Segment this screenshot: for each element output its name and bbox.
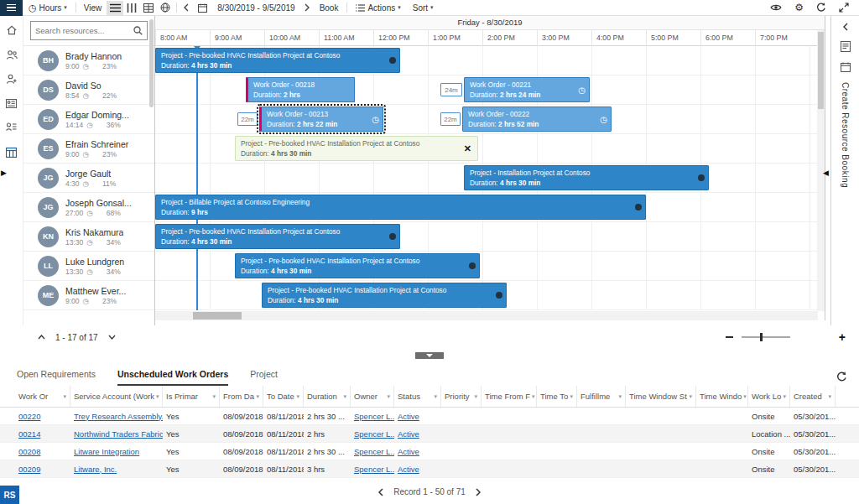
resource-row[interactable]: EDEdgar Doming...14:14◷36% — [23, 105, 154, 134]
column-header[interactable]: Priority▾ — [441, 386, 482, 407]
filter-caret-icon[interactable]: ▾ — [434, 393, 437, 400]
column-header[interactable]: From Da▾ — [220, 386, 263, 407]
booking-block[interactable]: Project - Billable Project at Contoso En… — [155, 195, 646, 220]
previous-range-button[interactable] — [180, 3, 193, 12]
view-list-button[interactable] — [107, 1, 123, 15]
cell-link[interactable]: 00209 — [15, 465, 70, 474]
cell-link[interactable]: Litware, Inc. — [70, 465, 163, 474]
view-table-button[interactable] — [140, 1, 157, 15]
create-resource-booking-panel[interactable]: Create Resource Booking — [830, 16, 859, 325]
cell-link[interactable]: 00214 — [15, 429, 70, 439]
resource-row[interactable]: MEMatthew Ever...9:00◷23% — [23, 281, 154, 310]
resource-card-icon[interactable] — [5, 96, 18, 110]
schedule-board-icon[interactable] — [5, 145, 18, 158]
table-row[interactable]: 00209Litware, Inc.Yes08/09/201808/11/201… — [0, 460, 859, 478]
horizontal-scrollbar-thumb[interactable] — [193, 312, 242, 320]
filter-caret-icon[interactable]: ▾ — [474, 393, 477, 400]
cell-link[interactable]: 00208 — [15, 447, 70, 456]
resource-row[interactable]: JGJoseph Gonsal...27:00◷68% — [23, 193, 154, 222]
filter-caret-icon[interactable]: ▾ — [387, 393, 390, 400]
cell-link[interactable]: Trey Research Assembly... — [70, 412, 163, 421]
date-range-label[interactable]: 8/30/2019 - 9/5/2019 — [212, 3, 299, 13]
column-header[interactable]: Time Windo▾ — [696, 386, 748, 407]
hours-view-dropdown[interactable]: ◷ Hours ▾ — [23, 0, 73, 15]
tab-open-requirements[interactable]: Open Requirements — [17, 369, 96, 386]
horizontal-scrollbar[interactable] — [155, 311, 818, 320]
bookable-resource-icon[interactable] — [5, 72, 18, 86]
refresh-button[interactable] — [816, 3, 826, 13]
filter-caret-icon[interactable]: ▾ — [743, 393, 747, 400]
calendar-icon[interactable] — [193, 3, 212, 13]
booking-form-icon[interactable] — [841, 41, 851, 52]
filter-caret-icon[interactable]: ▾ — [828, 393, 831, 400]
filter-caret-icon[interactable]: ▾ — [156, 393, 159, 400]
zoom-slider-thumb[interactable] — [760, 333, 763, 341]
column-header[interactable]: Created▾ — [790, 386, 836, 407]
actions-dropdown[interactable]: Actions ▾ — [350, 0, 406, 15]
expand-left-panel-arrow[interactable]: ▶ — [1, 169, 7, 177]
booking-stub[interactable]: 22m — [237, 112, 258, 126]
column-header[interactable]: Is Primar▾ — [163, 386, 220, 407]
cell-link[interactable]: Active — [394, 465, 441, 474]
home-icon[interactable] — [5, 23, 18, 37]
search-input[interactable] — [35, 26, 133, 35]
resource-requirements-icon[interactable] — [5, 121, 18, 134]
filter-caret-icon[interactable]: ▾ — [618, 393, 622, 400]
column-header[interactable]: Fulfillme▾ — [577, 386, 626, 407]
cell-link[interactable]: Spencer L... — [351, 447, 394, 456]
booking-block[interactable]: Project - Pre-booked HVAC Installation P… — [235, 136, 478, 161]
vertical-scrollbar-thumb[interactable] — [818, 32, 824, 109]
booking-block[interactable]: Project - Pre-booked HVAC Installation P… — [262, 283, 507, 308]
zoom-in-button[interactable]: + — [839, 331, 846, 343]
page-up-button[interactable] — [38, 335, 45, 340]
sort-dropdown[interactable]: Sort ▾ — [407, 0, 440, 15]
booking-block[interactable]: Project - Pre-booked HVAC Installation P… — [235, 253, 480, 278]
resource-list-scrollbar[interactable] — [149, 19, 154, 107]
collapse-right-panel-arrow[interactable]: ◀ — [823, 169, 829, 177]
cell-link[interactable]: Northwind Traders Fabric... — [70, 429, 163, 439]
cell-link[interactable]: Active — [394, 412, 441, 421]
column-header[interactable]: Work Or▾ — [15, 386, 70, 407]
requirements-icon[interactable] — [841, 62, 851, 72]
user-initials-badge[interactable]: RS — [0, 486, 19, 504]
table-row[interactable]: 00214Northwind Traders Fabric...Yes08/09… — [0, 425, 859, 443]
column-header[interactable]: Time To▾ — [537, 386, 577, 407]
filter-caret-icon[interactable]: ▾ — [570, 393, 573, 400]
resource-row[interactable]: JGJorge Gault4:30◷11% — [23, 164, 154, 193]
view-settings-button[interactable] — [770, 3, 782, 12]
app-menu-button[interactable] — [0, 0, 23, 16]
table-row[interactable]: 00208Litware IntegrationYes08/09/201808/… — [0, 443, 859, 460]
next-range-button[interactable] — [300, 3, 314, 12]
booking-block[interactable]: Work Order - 00222Duration: 2 hrs 52 min… — [462, 107, 612, 132]
cell-link[interactable]: 00220 — [15, 412, 70, 421]
filter-caret-icon[interactable]: ▾ — [212, 393, 216, 400]
resource-row[interactable]: DSDavid So8:54◷22% — [23, 75, 154, 105]
cell-link[interactable]: Spencer L... — [351, 465, 394, 474]
column-header[interactable]: Owner▾ — [351, 386, 394, 407]
page-down-button[interactable] — [108, 335, 116, 340]
booking-block[interactable]: Work Order - 00213Duration: 2 hrs 22 min… — [259, 107, 383, 132]
column-header[interactable]: Work Lo▾ — [748, 386, 790, 407]
booking-block[interactable]: Project - Pre-booked HVAC Installation P… — [155, 48, 400, 73]
cell-link[interactable]: Spencer L... — [351, 429, 394, 439]
close-icon[interactable]: ✕ — [464, 143, 471, 154]
filter-caret-icon[interactable]: ▾ — [532, 393, 535, 400]
zoom-slider[interactable] — [742, 336, 790, 338]
filter-caret-icon[interactable]: ▾ — [343, 393, 346, 400]
filter-caret-icon[interactable]: ▾ — [783, 393, 786, 400]
tab-unscheduled-work-orders[interactable]: Unscheduled Work Orders — [117, 369, 228, 386]
book-button[interactable]: Book — [314, 0, 345, 15]
chevron-left-icon[interactable] — [843, 23, 848, 31]
previous-page-button[interactable] — [378, 488, 383, 496]
cell-link[interactable]: Litware Integration — [70, 447, 163, 456]
view-columns-button[interactable] — [123, 1, 140, 15]
column-header[interactable]: To Date▾ — [263, 386, 304, 407]
splitter-handle[interactable] — [415, 352, 444, 359]
schedule-grid[interactable]: Project - Pre-booked HVAC Installation P… — [155, 46, 818, 310]
zoom-out-button[interactable] — [726, 336, 733, 338]
table-row[interactable]: 00220Trey Research Assembly...Yes08/09/2… — [0, 408, 859, 425]
tab-project[interactable]: Project — [250, 369, 278, 386]
settings-gear-icon[interactable]: ⚙ — [794, 3, 804, 13]
view-map-button[interactable] — [157, 1, 174, 15]
resource-row[interactable]: LLLuke Lundgren13:30◷34% — [23, 252, 154, 281]
